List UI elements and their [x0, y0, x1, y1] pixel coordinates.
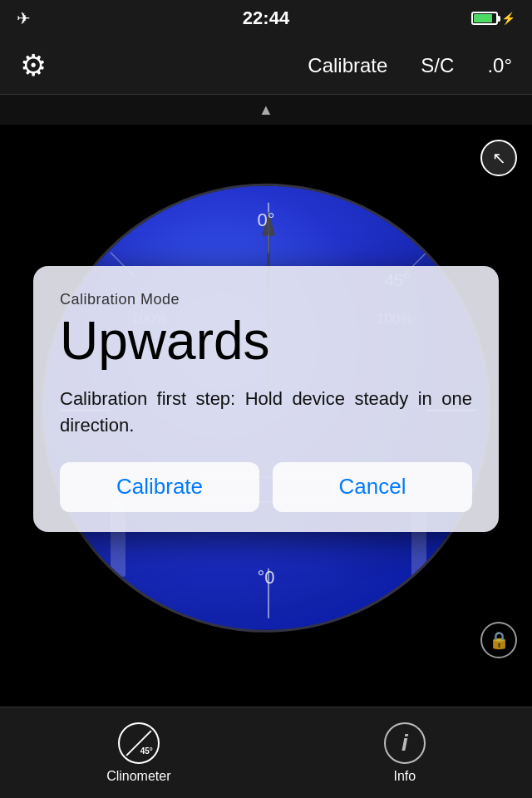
bolt-icon: ⚡ — [501, 12, 515, 25]
angle-button[interactable]: .0° — [487, 54, 512, 77]
calibrate-confirm-button[interactable]: Calibrate — [60, 462, 259, 512]
info-tab-label: Info — [393, 769, 416, 784]
clinometer-tab-icon: 45° — [118, 722, 160, 764]
tab-clinometer[interactable]: 45° Clinometer — [106, 722, 170, 784]
sc-button[interactable]: S/C — [421, 54, 454, 77]
cancel-button[interactable]: Cancel — [273, 462, 472, 512]
airplane-icon: ✈ — [17, 8, 31, 28]
toolbar-center: Calibrate S/C .0° — [308, 54, 512, 77]
tab-info[interactable]: i Info — [384, 722, 426, 784]
modal-description: Calibration first step: Hold device stea… — [60, 386, 472, 439]
clinometer-tab-label: Clinometer — [106, 769, 170, 784]
status-right: ⚡ — [471, 12, 515, 25]
gear-icon[interactable]: ⚙ — [20, 48, 47, 83]
main-content: 45° 100% 100% 0° °0 ↖ 🔒 Calibration Mode… — [0, 125, 532, 673]
toolbar: ⚙ Calibrate S/C .0° — [0, 37, 532, 95]
battery-icon — [471, 12, 498, 25]
info-tab-icon: i — [384, 722, 426, 764]
status-time: 22:44 — [243, 7, 289, 29]
collapse-arrow-icon: ▲ — [259, 101, 273, 119]
tab-bar: 45° Clinometer i Info — [0, 707, 532, 798]
calibrate-button[interactable]: Calibrate — [308, 54, 387, 77]
modal-overlay: Calibration Mode Upwards Calibration fir… — [0, 125, 532, 673]
battery-fill — [474, 14, 492, 22]
battery-container: ⚡ — [471, 12, 515, 25]
modal-subtitle: Calibration Mode — [60, 291, 472, 308]
status-bar: ✈ 22:44 ⚡ — [0, 0, 532, 37]
modal-title: Upwards — [60, 313, 472, 369]
modal-buttons: Calibrate Cancel — [60, 462, 472, 512]
status-left: ✈ — [17, 8, 31, 28]
calibration-modal: Calibration Mode Upwards Calibration fir… — [33, 266, 499, 532]
collapse-bar[interactable]: ▲ — [0, 95, 532, 125]
clino-icon-label: 45° — [140, 746, 153, 756]
